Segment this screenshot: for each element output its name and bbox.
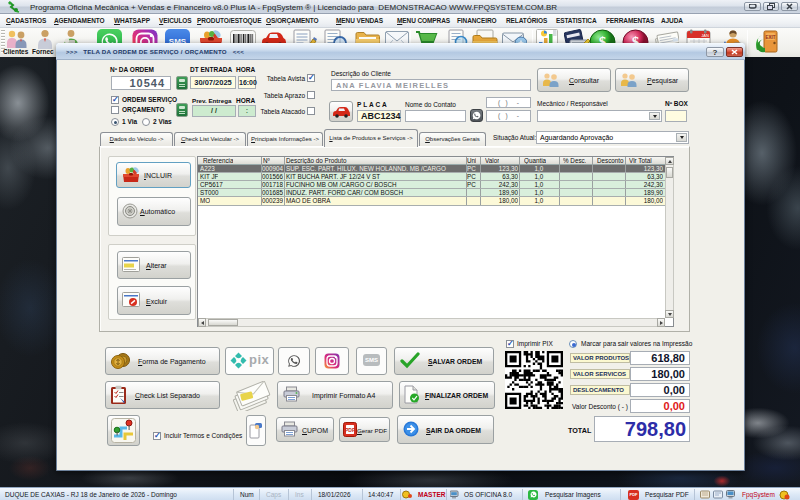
svg-text:EXIT: EXIT bbox=[765, 35, 775, 40]
svg-text:JAN: JAN bbox=[701, 33, 709, 38]
svg-text:PDF: PDF bbox=[345, 427, 355, 433]
